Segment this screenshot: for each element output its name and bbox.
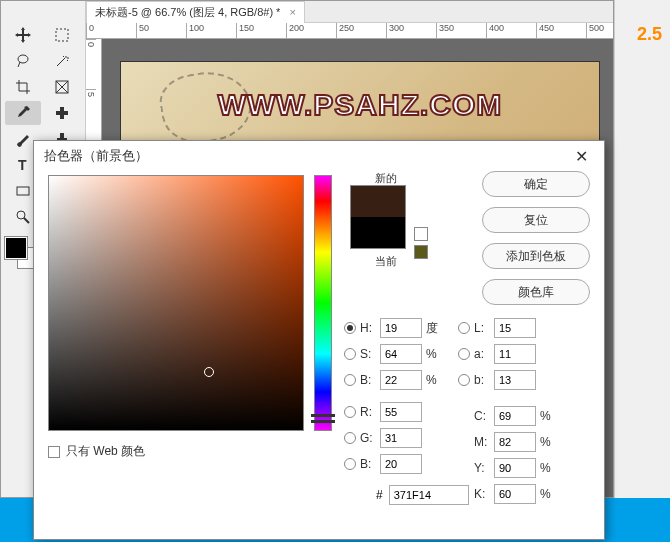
webonly-checkbox[interactable]	[48, 446, 60, 458]
hue-slider[interactable]	[314, 175, 332, 431]
right-panel-dock	[614, 0, 670, 498]
ok-button[interactable]: 确定	[482, 171, 590, 197]
radio-b[interactable]	[344, 374, 356, 386]
heal-tool[interactable]	[44, 101, 80, 125]
unit-deg: 度	[426, 320, 446, 337]
svg-rect-8	[17, 187, 29, 195]
dialog-titlebar[interactable]: 拾色器（前景色） ✕	[34, 141, 604, 171]
wand-tool[interactable]	[44, 49, 80, 73]
radio-bc[interactable]	[344, 458, 356, 470]
unit-pct: %	[426, 347, 446, 361]
label-b: B:	[360, 373, 376, 387]
radio-a[interactable]	[458, 348, 470, 360]
label-y: Y:	[474, 461, 490, 475]
unit-pct2: %	[426, 373, 446, 387]
document-tab[interactable]: 未标题-5 @ 66.7% (图层 4, RGB/8#) * ×	[86, 1, 305, 23]
document-tabbar: 未标题-5 @ 66.7% (图层 4, RGB/8#) * ×	[1, 1, 613, 23]
label-l: L:	[474, 321, 490, 335]
svg-point-1	[18, 55, 28, 63]
label-a: a:	[474, 347, 490, 361]
dialog-title-text: 拾色器（前景色）	[44, 147, 148, 165]
svg-rect-6	[56, 111, 68, 115]
label-h: H:	[360, 321, 376, 335]
color-library-button[interactable]: 颜色库	[482, 279, 590, 305]
eyedropper-tool[interactable]	[5, 101, 41, 125]
hex-label: #	[376, 488, 383, 502]
preview-new-label: 新的	[358, 171, 414, 186]
input-m[interactable]	[494, 432, 536, 452]
radio-l[interactable]	[458, 322, 470, 334]
label-k: K:	[474, 487, 490, 501]
reset-button[interactable]: 复位	[482, 207, 590, 233]
label-c: C:	[474, 409, 490, 423]
add-swatch-button[interactable]: 添加到色板	[482, 243, 590, 269]
label-r: R:	[360, 405, 376, 419]
label-s: S:	[360, 347, 376, 361]
preview-current-label: 当前	[358, 254, 414, 269]
input-k[interactable]	[494, 484, 536, 504]
radio-h[interactable]	[344, 322, 356, 334]
input-l[interactable]	[494, 318, 536, 338]
svg-text:T: T	[18, 157, 27, 173]
foreground-swatch[interactable]	[5, 237, 27, 259]
marquee-tool[interactable]	[44, 23, 80, 47]
ruler-horizontal: 0501001502002503003504004505005506006507…	[86, 23, 613, 39]
right-badge: 2.5	[637, 24, 662, 45]
preview-new-swatch[interactable]	[351, 186, 405, 217]
webonly-label: 只有 Web 颜色	[66, 443, 145, 460]
input-a[interactable]	[494, 344, 536, 364]
input-y[interactable]	[494, 458, 536, 478]
document-tab-title: 未标题-5 @ 66.7% (图层 4, RGB/8#) *	[95, 6, 280, 18]
gamut-swatch[interactable]	[414, 245, 428, 259]
preview-current-swatch[interactable]	[351, 217, 405, 248]
input-s[interactable]	[380, 344, 422, 364]
input-h[interactable]	[380, 318, 422, 338]
radio-s[interactable]	[344, 348, 356, 360]
sv-cursor-icon	[204, 367, 214, 377]
crop-tool[interactable]	[5, 75, 41, 99]
gamut-warning-icon[interactable]	[414, 227, 428, 241]
radio-g[interactable]	[344, 432, 356, 444]
saturation-value-field[interactable]	[48, 175, 304, 431]
color-picker-dialog: 拾色器（前景色） ✕ 新的 当前 确定 复位 添加到色板 颜色库 H:	[33, 140, 605, 540]
radio-r[interactable]	[344, 406, 356, 418]
radio-b2[interactable]	[458, 374, 470, 386]
input-b[interactable]	[380, 370, 422, 390]
watermark-text: WWW.PSAHZ.COM	[218, 88, 503, 122]
lasso-tool[interactable]	[5, 49, 41, 73]
label-bc: B:	[360, 457, 376, 471]
frame-tool[interactable]	[44, 75, 80, 99]
move-tool[interactable]	[5, 23, 41, 47]
close-icon[interactable]: ×	[289, 6, 295, 18]
svg-line-10	[24, 218, 29, 223]
label-g: G:	[360, 431, 376, 445]
input-c[interactable]	[494, 406, 536, 426]
input-b2[interactable]	[494, 370, 536, 390]
input-bc[interactable]	[380, 454, 422, 474]
input-g[interactable]	[380, 428, 422, 448]
close-icon[interactable]: ✕	[569, 145, 594, 168]
input-hex[interactable]	[389, 485, 469, 505]
svg-rect-0	[56, 29, 68, 41]
color-preview	[350, 185, 406, 249]
svg-point-9	[17, 211, 25, 219]
label-b2: b:	[474, 373, 490, 387]
input-r[interactable]	[380, 402, 422, 422]
label-m: M:	[474, 435, 490, 449]
